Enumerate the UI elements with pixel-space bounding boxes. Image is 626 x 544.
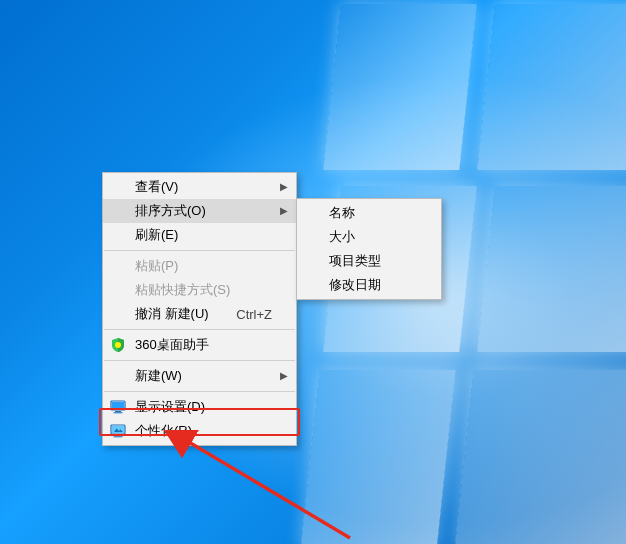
- desktop-context-menu: 查看(V) ▶ 排序方式(O) ▶ 刷新(E) 粘贴(P) 粘贴快捷方式(S) …: [102, 172, 297, 446]
- menu-item-label: 个性化(R): [135, 422, 272, 440]
- menu-item-label: 360桌面助手: [135, 336, 272, 354]
- svg-rect-4: [114, 412, 123, 413]
- wallpaper-pane: [323, 4, 476, 170]
- menu-item-undo-new[interactable]: 撤消 新建(U) Ctrl+Z: [103, 302, 296, 326]
- security-shield-icon: [110, 337, 126, 353]
- wallpaper-pane: [455, 370, 626, 544]
- sort-by-submenu: 名称 大小 项目类型 修改日期: [296, 198, 442, 300]
- menu-item-label: 撤消 新建(U): [135, 305, 224, 323]
- wallpaper-pane: [477, 186, 626, 352]
- menu-separator: [104, 360, 295, 361]
- menu-item-sort[interactable]: 排序方式(O) ▶: [103, 199, 296, 223]
- menu-item-refresh[interactable]: 刷新(E): [103, 223, 296, 247]
- submenu-item-size[interactable]: 大小: [297, 225, 441, 249]
- menu-item-label: 显示设置(D): [135, 398, 272, 416]
- wallpaper-pane: [301, 370, 456, 544]
- svg-rect-8: [114, 436, 123, 437]
- menu-item-new[interactable]: 新建(W) ▶: [103, 364, 296, 388]
- wallpaper-pane: [477, 4, 626, 170]
- menu-item-360-desktop-helper[interactable]: 360桌面助手: [103, 333, 296, 357]
- submenu-arrow-icon: ▶: [280, 370, 288, 381]
- menu-item-label: 排序方式(O): [135, 202, 272, 220]
- menu-item-view[interactable]: 查看(V) ▶: [103, 175, 296, 199]
- menu-item-label: 粘贴快捷方式(S): [135, 281, 272, 299]
- svg-rect-7: [115, 435, 121, 436]
- menu-separator: [104, 391, 295, 392]
- desktop-wallpaper: 查看(V) ▶ 排序方式(O) ▶ 刷新(E) 粘贴(P) 粘贴快捷方式(S) …: [0, 0, 626, 544]
- menu-item-label: 名称: [329, 204, 417, 222]
- menu-item-label: 修改日期: [329, 276, 417, 294]
- submenu-item-name[interactable]: 名称: [297, 201, 441, 225]
- menu-item-paste-shortcut: 粘贴快捷方式(S): [103, 278, 296, 302]
- menu-item-label: 查看(V): [135, 178, 272, 196]
- menu-item-display-settings[interactable]: 显示设置(D): [103, 395, 296, 419]
- menu-separator: [104, 329, 295, 330]
- menu-item-label: 项目类型: [329, 252, 417, 270]
- menu-item-label: 新建(W): [135, 367, 272, 385]
- personalize-icon: [110, 423, 126, 439]
- svg-rect-3: [115, 411, 121, 412]
- menu-separator: [104, 250, 295, 251]
- menu-item-label: 刷新(E): [135, 226, 272, 244]
- menu-item-paste: 粘贴(P): [103, 254, 296, 278]
- submenu-item-type[interactable]: 项目类型: [297, 249, 441, 273]
- menu-item-shortcut: Ctrl+Z: [236, 307, 272, 322]
- monitor-icon: [110, 399, 126, 415]
- svg-point-0: [115, 342, 121, 348]
- menu-item-personalize[interactable]: 个性化(R): [103, 419, 296, 443]
- menu-item-label: 粘贴(P): [135, 257, 272, 275]
- submenu-item-date[interactable]: 修改日期: [297, 273, 441, 297]
- svg-rect-2: [112, 402, 124, 409]
- submenu-arrow-icon: ▶: [280, 205, 288, 216]
- menu-item-label: 大小: [329, 228, 417, 246]
- submenu-arrow-icon: ▶: [280, 181, 288, 192]
